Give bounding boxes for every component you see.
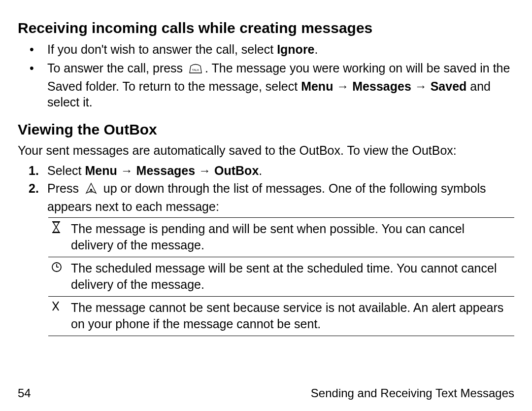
svg-text:TALK: TALK <box>192 68 200 71</box>
bullet-text: . <box>315 42 318 56</box>
outbox-intro: Your sent messages are automatically sav… <box>18 142 514 159</box>
table-row: The message is pending and will be sent … <box>48 218 514 257</box>
talk-key-icon: TALK <box>188 62 203 78</box>
steps-outbox: Select Menu → Messages → OutBox. Press u… <box>18 163 514 215</box>
step-text: Press <box>47 181 82 195</box>
bullet-text: If you don't wish to answer the call, se… <box>47 42 277 56</box>
step-text: Select <box>47 164 85 177</box>
menu-path-outbox: Menu → Messages → OutBox <box>85 164 259 177</box>
step-text: up or down through the list of messages.… <box>47 181 486 213</box>
ignore-label: Ignore <box>277 42 314 56</box>
bullets-receiving-calls: If you don't wish to answer the call, se… <box>18 41 514 110</box>
page-footer: 54 Sending and Receiving Text Messages <box>18 386 514 400</box>
bullet-text: To answer the call, press <box>47 61 186 75</box>
manual-page: Receiving incoming calls while creating … <box>0 0 532 411</box>
step-text: . <box>259 164 262 177</box>
table-row: The scheduled message will be sent at th… <box>48 257 514 297</box>
navigation-key-icon <box>84 182 98 199</box>
hourglass-icon <box>48 218 68 257</box>
step-select-outbox: Select Menu → Messages → OutBox. <box>18 163 514 179</box>
symbol-description-failed: The message cannot be sent because servi… <box>68 297 514 336</box>
section-title-outbox: Viewing the OutBox <box>18 120 514 139</box>
section-title-receiving-calls: Receiving incoming calls while creating … <box>18 19 514 37</box>
step-navigate-list: Press up or down through the list of mes… <box>18 180 514 214</box>
symbol-description-pending: The message is pending and will be sent … <box>68 218 514 257</box>
menu-path-saved: Menu → Messages → Saved <box>301 79 466 93</box>
symbol-description-scheduled: The scheduled message will be sent at th… <box>68 257 514 297</box>
clock-icon <box>48 257 68 297</box>
table-row: The message cannot be sent because servi… <box>48 297 514 336</box>
x-mark-icon <box>48 297 68 336</box>
chapter-title: Sending and Receiving Text Messages <box>311 386 514 400</box>
bullet-answer-call: To answer the call, press TALK . The mes… <box>18 60 514 110</box>
symbol-table: The message is pending and will be sent … <box>48 217 514 336</box>
bullet-ignore-call: If you don't wish to answer the call, se… <box>18 41 514 58</box>
page-number: 54 <box>18 386 31 400</box>
